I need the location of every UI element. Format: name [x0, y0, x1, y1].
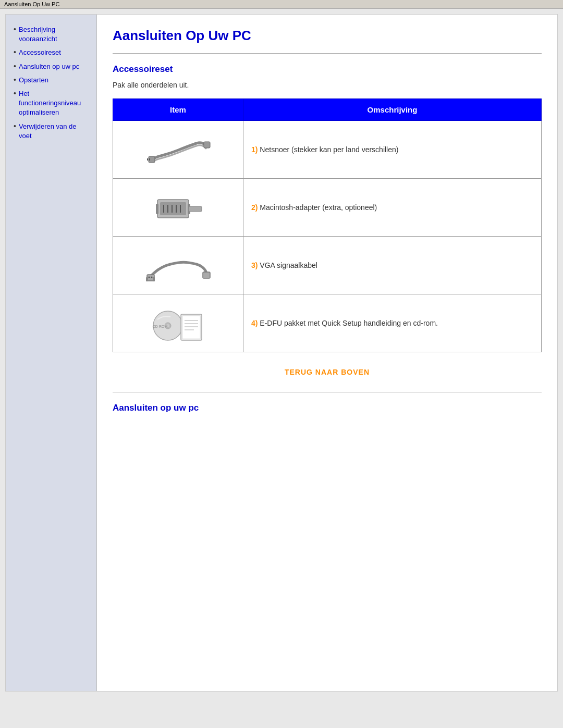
item-cell-1 — [113, 121, 243, 179]
col-header-item: Item — [113, 99, 243, 121]
item-number-3: 3) — [251, 261, 258, 269]
intro-text: Pak alle onderdelen uit. — [113, 81, 542, 89]
main-content: Aansluiten Op Uw PC Accessoireset Pak al… — [97, 15, 557, 691]
section2-title: Aansluiten op uw pc — [113, 403, 542, 413]
sidebar-link-verwijderen[interactable]: Verwijderen van de voet — [19, 122, 77, 140]
sidebar-link-accessoireset[interactable]: Accessoireset — [19, 48, 61, 56]
title-bar-text: Aansluiten Op Uw PC — [4, 1, 59, 7]
page-wrapper: Beschrijving vooraanzicht Accessoireset … — [5, 14, 558, 692]
back-to-top-link[interactable]: TERUG NAAR BOVEN — [285, 368, 370, 376]
divider-top — [113, 53, 542, 54]
item-image-4: CD-ROM — [144, 302, 212, 344]
col-header-omschrijving: Omschrijving — [243, 99, 542, 121]
svg-point-17 — [148, 276, 150, 278]
svg-rect-11 — [156, 204, 158, 214]
sidebar-item-2: Accessoireset — [14, 48, 89, 57]
item-image-2 — [144, 187, 212, 228]
sidebar-item-4: Opstarten — [14, 76, 89, 85]
vga-cable-icon — [144, 246, 212, 285]
sidebar-link-aansluiten[interactable]: Aansluiten op uw pc — [19, 63, 79, 70]
item-image-1 — [144, 129, 212, 170]
item-desc-3: VGA signaalkabel — [258, 261, 317, 269]
divider-bottom — [113, 392, 542, 392]
svg-rect-24 — [182, 316, 200, 339]
sidebar-link-opstarten[interactable]: Opstarten — [19, 76, 48, 84]
back-to-top: TERUG NAAR BOVEN — [113, 368, 542, 376]
sidebar-item-3: Aansluiten op uw pc — [14, 62, 89, 71]
item-number-1: 1) — [251, 145, 258, 154]
svg-point-18 — [151, 276, 152, 278]
sidebar-link-functionering[interactable]: Het functioneringsniveau optimaliseren — [19, 90, 81, 116]
item-desc-1: Netsnoer (stekker kan per land verschill… — [258, 145, 398, 154]
desc-cell-2: 2) Macintosh-adapter (extra, optioneel) — [243, 179, 542, 237]
sidebar-item-6: Verwijderen van de voet — [14, 122, 89, 141]
item-number-2: 2) — [251, 203, 258, 212]
table-row: 2) Macintosh-adapter (extra, optioneel) — [113, 179, 542, 237]
mac-adapter-icon — [150, 189, 207, 226]
table-row: CD-ROM 4) E-DFU pakket met Quick Setup h… — [113, 294, 542, 352]
svg-rect-19 — [203, 272, 210, 278]
sidebar-link-beschrijving[interactable]: Beschrijving vooraanzicht — [19, 26, 57, 43]
svg-text:CD-ROM: CD-ROM — [152, 325, 167, 328]
efdu-package-icon: CD-ROM — [144, 304, 212, 343]
accessories-table: Item Omschrijving — [113, 98, 542, 352]
item-number-4: 4) — [251, 319, 258, 327]
svg-rect-1 — [204, 142, 210, 148]
title-bar: Aansluiten Op Uw PC — [0, 0, 563, 9]
table-row: 3) VGA signaalkabel — [113, 237, 542, 294]
svg-rect-15 — [146, 277, 148, 281]
svg-rect-13 — [189, 206, 202, 212]
sidebar-item-5: Het functioneringsniveau optimaliseren — [14, 89, 89, 118]
sidebar-nav: Beschrijving vooraanzicht Accessoireset … — [14, 25, 89, 141]
section1-title: Accessoireset — [113, 64, 542, 75]
item-cell-2 — [113, 179, 243, 237]
sidebar: Beschrijving vooraanzicht Accessoireset … — [6, 15, 97, 691]
item-desc-4: E-DFU pakket met Quick Setup handleiding… — [258, 319, 438, 327]
power-cord-icon — [144, 130, 212, 169]
item-desc-2: Macintosh-adapter (extra, optioneel) — [258, 203, 377, 212]
browser-content: Beschrijving vooraanzicht Accessoireset … — [0, 9, 563, 728]
svg-rect-16 — [153, 277, 155, 281]
desc-cell-3: 3) VGA signaalkabel — [243, 237, 542, 294]
item-image-3 — [144, 244, 212, 286]
item-cell-3 — [113, 237, 243, 294]
sidebar-item-1: Beschrijving vooraanzicht — [14, 25, 89, 44]
item-cell-4: CD-ROM — [113, 294, 243, 352]
table-header-row: Item Omschrijving — [113, 99, 542, 121]
table-row: 1) Netsnoer (stekker kan per land versch… — [113, 121, 542, 179]
desc-cell-1: 1) Netsnoer (stekker kan per land versch… — [243, 121, 542, 179]
page-title: Aansluiten Op Uw PC — [113, 28, 542, 44]
desc-cell-4: 4) E-DFU pakket met Quick Setup handleid… — [243, 294, 542, 352]
